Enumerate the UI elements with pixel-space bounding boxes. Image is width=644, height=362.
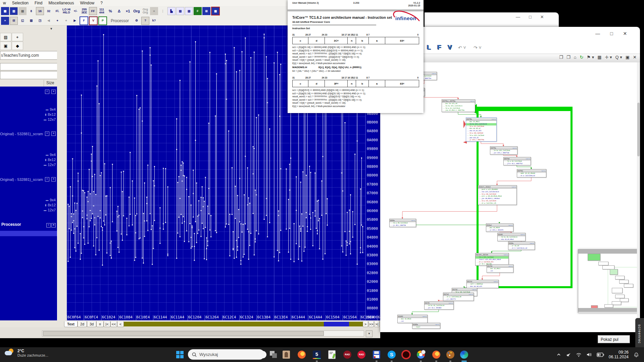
- taskbar-app-rad-red[interactable]: RAD: [356, 350, 366, 360]
- toolbar2-button-10[interactable]: V: [89, 16, 98, 25]
- taskbar-app-save-floppy[interactable]: [371, 350, 382, 360]
- graph-tool-icon-1[interactable]: ❐: [566, 55, 571, 60]
- toolbar1-button-4[interactable]: 16: [36, 7, 44, 15]
- graph-node-0016c4[interactable]: 0016c4 L_0016c4▪▾━✕...movh.a a15,#0x8002…: [478, 185, 517, 205]
- graph-letter-L[interactable]: L: [427, 44, 431, 51]
- toolbar1-button-19[interactable]: ▙: [167, 7, 176, 15]
- airplane-icon[interactable]: [566, 352, 571, 357]
- graph-tool-icon-9[interactable]: ✕: [633, 55, 637, 60]
- toolbar2-right-button-1[interactable]: ?: [141, 17, 149, 25]
- hscroll-thumb[interactable]: [43, 331, 324, 336]
- toolbar1-button-22[interactable]: F: [194, 7, 202, 15]
- filter-input[interactable]: [0, 63, 66, 70]
- maximize-button[interactable]: □: [529, 14, 532, 19]
- clock[interactable]: 09:26 06.11.2024: [609, 350, 629, 359]
- toolbar1-button-2[interactable]: ▤: [18, 7, 27, 15]
- graph-tool-icon-5[interactable]: ▦: [597, 55, 601, 60]
- graph-node-header[interactable]: 0007fa6▪▾━✕: [504, 157, 531, 160]
- toolbar1-button-20[interactable]: ▨: [176, 7, 184, 15]
- toolbar1-button-17[interactable]: ≡: [150, 7, 158, 15]
- graph-node-000f4a[interactable]: 000f4a▪▾━✕...ld.w d9,[a13]0x4...jz d9,L_…: [389, 219, 416, 227]
- horizontal-scrollbar[interactable]: [42, 330, 364, 337]
- taskbar-app-five-player[interactable]: 5: [312, 350, 322, 360]
- toolbar1-button-5[interactable]: 32: [45, 7, 53, 15]
- toolbar2-button-5[interactable]: ◀: [45, 17, 53, 25]
- graph-node-0017c0[interactable]: 0017c0▪▾━✕...call L_00095a2...mov.aa a4,…: [466, 280, 499, 288]
- map-size-item[interactable]: ▬9x4: [46, 198, 56, 202]
- graph-node-0017a4[interactable]: 0017a4 L_0017a4▪▾━✕...ld.w d15,[a2]0x0..…: [475, 253, 509, 266]
- graph-node-0016f0[interactable]: 0016f0▪▾━✕...ld.hu d3,[a15]0x1e...sha d3…: [497, 233, 526, 241]
- tab-[interactable]: ≡: [96, 321, 104, 327]
- graph-node-header[interactable]: 0016e2▪▾━✕: [486, 224, 513, 227]
- toolbar2-button-2[interactable]: ◱: [18, 17, 27, 25]
- sidebar-mini-icon-1[interactable]: ⌖: [12, 33, 23, 41]
- toolbar1-button-11[interactable]: 111 444: [98, 7, 106, 15]
- graph-node-header[interactable]: 0007f6a L_0007f6a▪▾━✕: [442, 100, 475, 103]
- redo-icon[interactable]: ↷ ˅: [474, 45, 482, 50]
- toolbar2-button-8[interactable]: ▶: [71, 17, 79, 25]
- plot-nav-left-2[interactable]: <: [117, 321, 124, 327]
- close-button[interactable]: ✕: [540, 14, 544, 19]
- taskbar-app-rad-dark[interactable]: RAD: [342, 350, 352, 360]
- taskbar-app-firefox-2[interactable]: [431, 350, 441, 360]
- plot-nav-right-2[interactable]: >|: [374, 321, 380, 327]
- sidebar-mini-icon-0[interactable]: ▨: [0, 33, 11, 41]
- map-size-item[interactable]: ▮8x12: [45, 203, 56, 207]
- graph-tool-icon-0[interactable]: ❐: [559, 55, 563, 60]
- graph-node-0017e0[interactable]: 0017e0▪▾━✕...st.w [a15]0x8,d4...j L_0017…: [443, 293, 474, 301]
- menu-item-window[interactable]: Window: [77, 0, 97, 6]
- toolbar1-button-16[interactable]: Org Org: [141, 7, 149, 15]
- sidebar-mini-icon-3[interactable]: ◆: [12, 42, 23, 50]
- file-position-bar[interactable]: [122, 322, 364, 326]
- graph-minimap[interactable]: [578, 249, 640, 313]
- toolbar1-button-1[interactable]: ▥: [10, 7, 18, 15]
- start-button[interactable]: [176, 351, 184, 358]
- tray-chevron-icon[interactable]: [556, 352, 561, 357]
- taskbar-app-skype[interactable]: S: [387, 350, 397, 360]
- taskbar-app-paint-palette[interactable]: [445, 350, 455, 360]
- graph-node-header[interactable]: 0017d2▪▾━✕: [452, 288, 477, 291]
- screenrec-edge-tab[interactable]: screenrec: [635, 318, 644, 350]
- minimize-button[interactable]: —: [516, 14, 520, 19]
- mdi-window-title[interactable]: er (Original) - 532881)_scram≡✕: [0, 177, 56, 182]
- undo-icon[interactable]: ↶ ˅: [458, 45, 466, 50]
- graph-node-header[interactable]: 0017c0▪▾━✕: [467, 280, 498, 283]
- map-size-item[interactable]: ▬12x7: [44, 117, 56, 121]
- tab-3d[interactable]: 3d: [87, 321, 96, 327]
- toolbar2-button-0[interactable]: »: [1, 17, 9, 25]
- map-size-item[interactable]: ▬9x4: [46, 107, 56, 111]
- menu-item-miscellaneous[interactable]: Miscellaneous: [45, 0, 77, 6]
- splitter[interactable]: [57, 87, 67, 320]
- toolbar1-button-21[interactable]: ▧: [185, 7, 193, 15]
- tab-2d[interactable]: 2d: [78, 321, 87, 327]
- graph-node-001802[interactable]: 001802▪▾━✕...mov d2,#0x0...ret: [397, 315, 428, 323]
- taskbar-app-firefox[interactable]: [297, 350, 307, 360]
- taskbar-app-task-view[interactable]: [268, 350, 279, 360]
- toolbar1-button-24[interactable]: ▣: [211, 7, 220, 15]
- taskbar-app-notes-editor[interactable]: [327, 350, 337, 360]
- graph-node-header[interactable]: 0017e0▪▾━✕: [443, 293, 474, 296]
- graph-node-header[interactable]: 0016fa▪▾━✕: [508, 242, 535, 245]
- sort-combo[interactable]: ▼: [0, 71, 66, 79]
- graph-node-0017b6[interactable]: 0017b6▪▾━✕...mov d2,#0x1...ret: [487, 264, 513, 273]
- toolbar1-button-9[interactable]: 255 3EE: [80, 7, 88, 15]
- toolbar2-button-7[interactable]: ⌖: [62, 17, 70, 25]
- map-size-item[interactable]: ▮8x12: [45, 158, 56, 162]
- graph-node-0007f6a[interactable]: 0007f6a L_0007f6a▪▾━✕...mov.aa a15,a4...…: [442, 99, 475, 112]
- plot-nav-right-1[interactable]: >>: [368, 321, 374, 327]
- processor-combo[interactable]: Processor: [107, 18, 132, 23]
- weather-widget[interactable]: 2°C Duże zachmurze...: [5, 349, 48, 357]
- map-size-item[interactable]: ▬9x4: [46, 153, 56, 157]
- battery-icon[interactable]: [597, 353, 604, 357]
- toolbar2-button-1[interactable]: ⊟: [10, 17, 18, 25]
- graph-node-0007f8e[interactable]: 0007f8e▪▾━✕...mov d1,#0x1...ld.hu d15,[a…: [466, 117, 497, 142]
- taskbar-app-edge[interactable]: [459, 350, 469, 360]
- map-size-item[interactable]: ▬12x7: [44, 208, 56, 212]
- notification-bell-icon[interactable]: z: [633, 352, 639, 357]
- toolbar1-button-7[interactable]: LO HI HILO: [62, 7, 71, 15]
- map-size-item[interactable]: ▬12x7: [44, 163, 56, 167]
- graph-tool-icon-2[interactable]: ⌂: [574, 55, 577, 60]
- pdf-viewer-page[interactable]: User Manual (Volume 2) 3-203 V1.2.22020-…: [288, 0, 424, 113]
- volume-icon[interactable]: [586, 352, 592, 357]
- search-box[interactable]: Wyszukaj: [188, 349, 264, 360]
